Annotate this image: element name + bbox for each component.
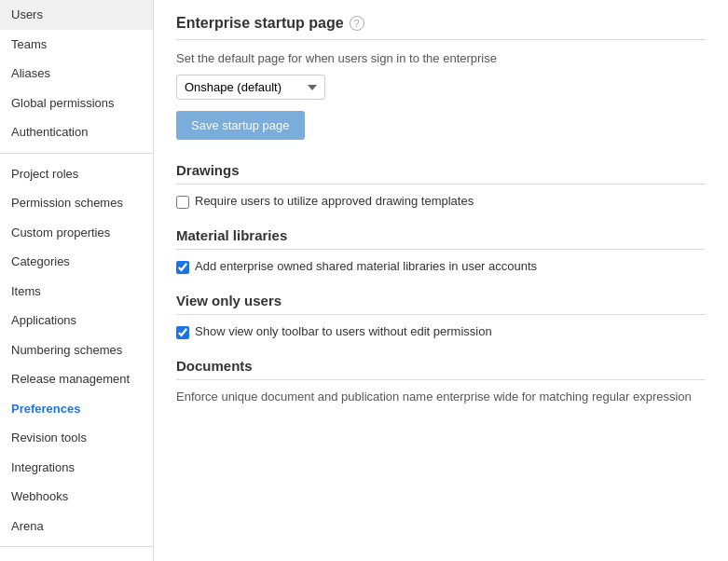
material-libraries-checkbox-row[interactable]: Add enterprise owned shared material lib… xyxy=(176,259,706,274)
sidebar-item-custom-properties[interactable]: Custom properties xyxy=(0,218,153,248)
view-only-users-title: View only users xyxy=(176,293,706,315)
sidebar-item-integrations[interactable]: Integrations xyxy=(0,453,153,483)
view-only-checkbox[interactable] xyxy=(176,326,189,339)
drawings-checkbox-label: Require users to utilize approved drawin… xyxy=(195,194,474,208)
sidebar-item-teams[interactable]: Teams xyxy=(0,30,153,60)
sidebar-item-project-roles[interactable]: Project roles xyxy=(0,159,153,189)
enterprise-startup-section: Enterprise startup page ? Set the defaul… xyxy=(176,15,706,140)
drawings-title: Drawings xyxy=(176,162,706,185)
sidebar-item-webhooks[interactable]: Webhooks xyxy=(0,482,153,512)
sidebar-item-release-management[interactable]: Release management xyxy=(0,364,153,394)
view-only-checkbox-label: Show view only toolbar to users without … xyxy=(195,324,492,338)
sidebar-item-permission-schemes[interactable]: Permission schemes xyxy=(0,188,153,218)
documents-section: Documents Enforce unique document and pu… xyxy=(176,358,706,404)
sidebar: UsersTeamsAliasesGlobal permissionsAuthe… xyxy=(0,0,154,561)
drawings-section: Drawings Require users to utilize approv… xyxy=(176,162,706,209)
sidebar-item-preferences[interactable]: Preferences xyxy=(0,394,153,424)
view-only-checkbox-row[interactable]: Show view only toolbar to users without … xyxy=(176,324,706,339)
material-libraries-checkbox-label: Add enterprise owned shared material lib… xyxy=(195,259,537,273)
sidebar-item-categories[interactable]: Categories xyxy=(0,247,153,277)
help-icon[interactable]: ? xyxy=(350,16,364,31)
enterprise-startup-description: Set the default page for when users sign… xyxy=(176,51,706,65)
startup-page-select-wrapper: Onshape (default) Custom page xyxy=(176,75,706,100)
sidebar-item-applications[interactable]: Applications xyxy=(0,306,153,335)
sidebar-item-aliases[interactable]: Aliases xyxy=(0,59,153,89)
startup-page-select[interactable]: Onshape (default) Custom page xyxy=(176,75,325,100)
drawings-checkbox[interactable] xyxy=(176,196,189,209)
save-startup-page-button[interactable]: Save startup page xyxy=(176,111,305,140)
material-libraries-section: Material libraries Add enterprise owned … xyxy=(176,227,706,274)
sidebar-divider xyxy=(0,153,153,154)
enterprise-startup-title: Enterprise startup page ? xyxy=(176,15,706,40)
sidebar-item-users[interactable]: Users xyxy=(0,0,153,30)
sidebar-item-revision-tools[interactable]: Revision tools xyxy=(0,423,153,453)
material-libraries-title: Material libraries xyxy=(176,227,706,250)
sidebar-item-details[interactable]: Details xyxy=(0,553,153,561)
material-libraries-checkbox[interactable] xyxy=(176,261,189,274)
sidebar-divider-2 xyxy=(0,546,153,547)
sidebar-item-authentication[interactable]: Authentication xyxy=(0,117,153,147)
documents-description: Enforce unique document and publication … xyxy=(176,390,706,404)
drawings-checkbox-row[interactable]: Require users to utilize approved drawin… xyxy=(176,194,706,209)
sidebar-item-arena[interactable]: Arena xyxy=(0,512,153,541)
view-only-users-section: View only users Show view only toolbar t… xyxy=(176,293,706,339)
documents-title: Documents xyxy=(176,358,706,380)
sidebar-item-numbering-schemes[interactable]: Numbering schemes xyxy=(0,335,153,365)
main-content: Enterprise startup page ? Set the defaul… xyxy=(154,0,728,561)
sidebar-item-global-permissions[interactable]: Global permissions xyxy=(0,89,153,118)
sidebar-item-items[interactable]: Items xyxy=(0,277,153,307)
